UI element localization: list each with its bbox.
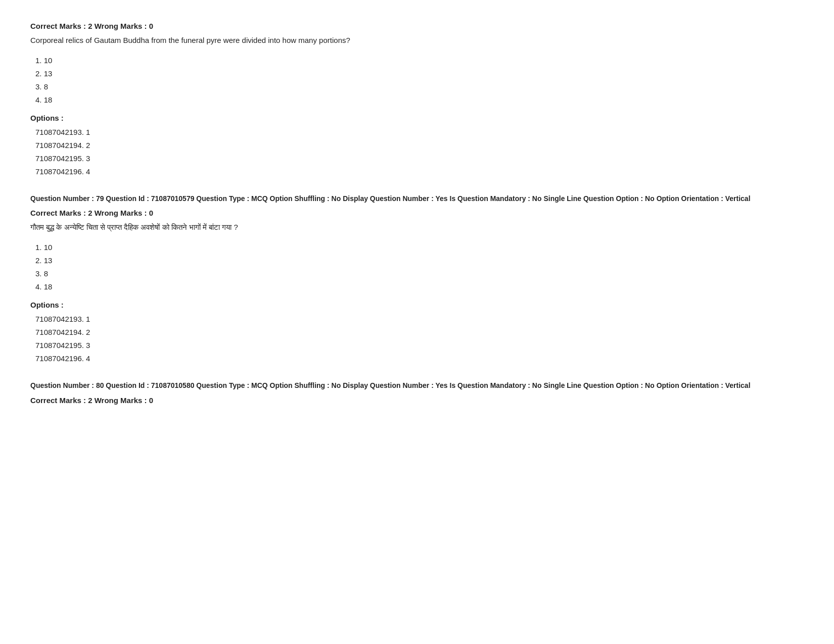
option-ids-79: 71087042193. 1 71087042194. 2 7108704219…	[35, 313, 804, 365]
option-val: 8	[44, 269, 48, 278]
option-4-top: 4. 18	[35, 94, 804, 106]
option-id-1-top: 71087042193. 1	[35, 126, 804, 138]
option-1-79: 1. 10	[35, 241, 804, 254]
option-id-1-79: 71087042193. 1	[35, 313, 804, 325]
correct-marks-80: Correct Marks : 2 Wrong Marks : 0	[30, 394, 804, 407]
question-text-top: Corporeal relics of Gautam Buddha from t…	[30, 34, 804, 46]
options-list-79: 1. 10 2. 13 3. 8 4. 18	[35, 241, 804, 293]
options-label-79: Options :	[30, 299, 804, 311]
options-list-top: 1. 10 2. 13 3. 8 4. 18	[35, 55, 804, 106]
option-2-79: 2. 13	[35, 255, 804, 267]
option-id-4-79: 71087042196. 4	[35, 353, 804, 365]
option-num: 4.	[35, 95, 42, 104]
option-1-top: 1. 10	[35, 55, 804, 67]
option-val: 8	[44, 82, 48, 91]
option-val: 18	[44, 95, 53, 104]
option-val: 13	[44, 256, 53, 265]
option-num: 1.	[35, 56, 42, 65]
option-id-2-79: 71087042194. 2	[35, 326, 804, 338]
section-top: Correct Marks : 2 Wrong Marks : 0 Corpor…	[30, 20, 804, 178]
section-80: Question Number : 80 Question Id : 71087…	[30, 380, 804, 406]
options-label-top: Options :	[30, 112, 804, 124]
option-val: 18	[44, 282, 53, 291]
correct-marks-79: Correct Marks : 2 Wrong Marks : 0	[30, 207, 804, 219]
option-2-top: 2. 13	[35, 68, 804, 80]
option-num: 4.	[35, 282, 42, 291]
option-num: 3.	[35, 269, 42, 278]
option-val: 10	[44, 56, 53, 65]
option-id-3-top: 71087042195. 3	[35, 153, 804, 165]
option-val: 10	[44, 243, 53, 252]
option-num: 1.	[35, 243, 42, 252]
option-val: 13	[44, 69, 53, 78]
correct-marks-top: Correct Marks : 2 Wrong Marks : 0	[30, 20, 804, 32]
question-meta-80: Question Number : 80 Question Id : 71087…	[30, 380, 804, 391]
question-text-79: गौतम बुद्ध के अन्येष्टि चिता से प्राप्त …	[30, 221, 804, 233]
question-meta-79: Question Number : 79 Question Id : 71087…	[30, 193, 804, 204]
option-id-2-top: 71087042194. 2	[35, 139, 804, 152]
option-3-top: 3. 8	[35, 81, 804, 93]
option-ids-top: 71087042193. 1 71087042194. 2 7108704219…	[35, 126, 804, 178]
option-id-3-79: 71087042195. 3	[35, 339, 804, 352]
option-num: 2.	[35, 256, 42, 265]
option-3-79: 3. 8	[35, 268, 804, 280]
option-num: 3.	[35, 82, 42, 91]
option-num: 2.	[35, 69, 42, 78]
option-4-79: 4. 18	[35, 281, 804, 293]
option-id-4-top: 71087042196. 4	[35, 166, 804, 178]
section-79: Question Number : 79 Question Id : 71087…	[30, 193, 804, 365]
